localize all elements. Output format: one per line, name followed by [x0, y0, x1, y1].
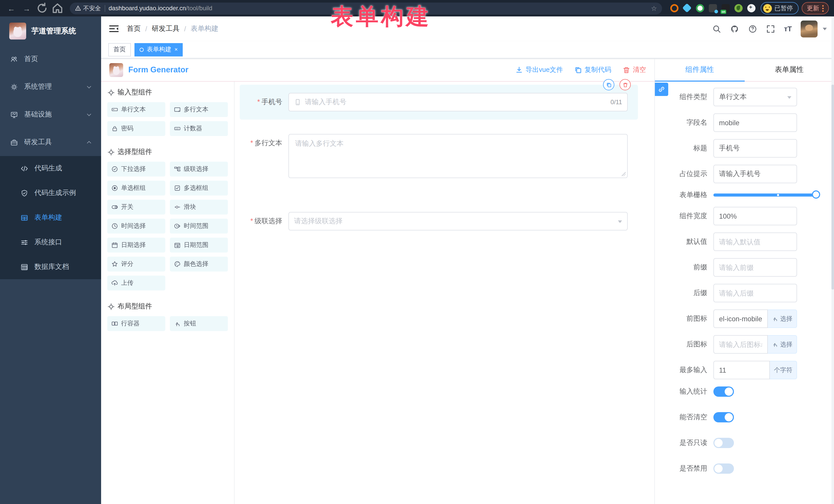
prop-prefix: 前缀 [662, 258, 834, 277]
sidebar-item-form-builder[interactable]: 表单构建 [0, 205, 101, 230]
title-input[interactable] [719, 145, 791, 152]
palette-item-checkbox-group[interactable]: 多选框组 [170, 181, 228, 196]
browser-update-button[interactable]: 更新 [802, 2, 829, 14]
browser-reload-button[interactable] [36, 2, 48, 14]
sidebar-item-infra[interactable]: 基础设施 [0, 101, 101, 128]
clearable-switch[interactable] [714, 412, 734, 422]
breadcrumb-devtools[interactable]: 研发工具 [152, 24, 180, 34]
palette-item-row-container[interactable]: 行容器 [107, 316, 165, 331]
extension-icon-leaf[interactable] [734, 4, 743, 12]
copy-code-button[interactable]: 复制代码 [574, 65, 611, 74]
user-menu[interactable] [800, 20, 827, 37]
readonly-switch[interactable] [714, 438, 734, 448]
link-tab-button[interactable] [655, 83, 668, 96]
extension-icon-green[interactable] [696, 4, 704, 12]
disabled-switch[interactable] [714, 463, 734, 474]
palette-item-color-picker[interactable]: 颜色选择 [170, 257, 228, 271]
palette-item-date-range[interactable]: 日期范围 [170, 238, 228, 253]
palette-item-time-picker[interactable]: 时间选择 [107, 219, 165, 234]
max-input-field[interactable] [719, 366, 764, 374]
prefix-icon-choose-button[interactable]: 选择 [768, 309, 797, 328]
sidebar-item-code-gen[interactable]: 代码生成 [0, 156, 101, 181]
delete-field-button[interactable] [619, 79, 631, 90]
palette-item-single-text[interactable]: 单行文本 [107, 102, 165, 117]
extension-icon-switch[interactable]: on [722, 4, 730, 12]
tab-form-props[interactable]: 表单属性 [744, 59, 834, 81]
sidebar-item-home[interactable]: 首页 [0, 45, 101, 73]
tag-home[interactable]: 首页 [108, 43, 131, 56]
input-stats-switch[interactable] [714, 387, 734, 397]
slider-handle[interactable] [812, 191, 820, 199]
extension-icon-gem[interactable] [683, 4, 691, 12]
extension-paused-badge[interactable]: 已暂停 [761, 2, 798, 14]
page-scrollbar[interactable] [831, 17, 834, 504]
form-grid-slider[interactable] [714, 194, 816, 197]
fullscreen-icon[interactable] [766, 24, 775, 34]
sidebar-item-system[interactable]: 系统管理 [0, 73, 101, 101]
sidebar-logo-row[interactable]: 芋道管理系统 [0, 17, 101, 45]
extension-icon-target[interactable] [670, 4, 679, 12]
browser-back-button[interactable]: ← [5, 2, 18, 14]
textarea-input[interactable]: 请输入多行文本 [288, 134, 628, 178]
sidebar-item-devtools[interactable]: 研发工具 [0, 128, 101, 156]
github-icon[interactable] [730, 24, 739, 34]
extension-icon-flower[interactable] [747, 4, 755, 12]
canvas-field-mobile[interactable]: *手机号 请输入手机号 0/11 [240, 85, 638, 119]
bookmark-star-icon[interactable]: ☆ [651, 4, 657, 12]
palette-item-slider[interactable]: 滑块 [170, 200, 228, 215]
palette-item-select[interactable]: 下拉选择 [107, 162, 165, 177]
palette-item-time-range[interactable]: 时间范围 [170, 219, 228, 234]
component-width-input[interactable] [719, 212, 791, 220]
resize-grip-icon[interactable] [621, 172, 626, 176]
breadcrumb: 首页 / 研发工具 / 表单构建 [127, 24, 218, 34]
sidebar-fold-button[interactable] [108, 23, 119, 35]
browser-forward-button[interactable]: → [21, 2, 33, 14]
sidebar-item-db-doc[interactable]: 数据库文档 [0, 255, 101, 279]
scrollbar-thumb[interactable] [831, 85, 834, 289]
browser-home-button[interactable] [51, 2, 64, 14]
address-bar[interactable]: 不安全 dashboard.yudao.iocoder.cn/tool/buil… [70, 2, 662, 14]
mobile-input[interactable]: 请输入手机号 0/11 [288, 93, 628, 111]
placeholder-input[interactable] [719, 170, 791, 178]
sidebar-item-code-gen-demo[interactable]: 代码生成示例 [0, 181, 101, 205]
sidebar-item-system-api[interactable]: 系统接口 [0, 230, 101, 255]
help-icon[interactable] [748, 24, 757, 34]
close-icon[interactable]: × [175, 47, 178, 52]
palette-item-textarea[interactable]: 多行文本 [170, 102, 228, 117]
field-name-input[interactable] [719, 119, 791, 127]
toggle-clearable: 能否清空 [662, 412, 834, 422]
canvas-field-textarea[interactable]: *多行文本 请输入多行文本 [240, 126, 638, 186]
cascader-select[interactable]: 请选择级联选择 [288, 212, 628, 231]
search-icon[interactable] [712, 24, 721, 34]
palette-item-upload[interactable]: 上传 [107, 276, 165, 290]
clear-button[interactable]: 清空 [622, 65, 646, 74]
toggle-disabled: 是否禁用 [662, 463, 834, 474]
duplicate-field-button[interactable] [603, 79, 614, 90]
tab-component-props[interactable]: 组件属性 [655, 59, 744, 81]
prefix-icon-input[interactable] [719, 315, 762, 323]
palette-item-button[interactable]: 按钮 [170, 316, 228, 331]
extension-icon-columns[interactable] [709, 4, 717, 12]
suffix-icon-input[interactable] [719, 341, 762, 348]
component-type-select[interactable]: 单行文本 [714, 88, 797, 106]
form-canvas[interactable]: *手机号 请输入手机号 0/11 [235, 82, 654, 504]
palette-item-rate[interactable]: 评分 [107, 257, 165, 271]
palette-item-radio-group[interactable]: 单选框组 [107, 181, 165, 196]
palette-item-password[interactable]: 密码 [107, 121, 165, 136]
prefix-input[interactable] [719, 264, 791, 271]
suffix-input[interactable] [719, 289, 791, 297]
suffix-icon-choose-button[interactable]: 选择 [768, 335, 797, 354]
security-chip[interactable]: 不安全 [75, 4, 101, 12]
kebab-menu-icon[interactable] [822, 5, 824, 12]
default-value-input[interactable] [719, 238, 791, 246]
export-vue-button[interactable]: 导出vue文件 [515, 65, 563, 74]
font-size-icon[interactable]: ᴛT [784, 25, 792, 33]
breadcrumb-home[interactable]: 首页 [127, 24, 140, 34]
palette-item-cascader[interactable]: 级联选择 [170, 162, 228, 177]
palette-item-counter[interactable]: 123计数器 [170, 121, 228, 136]
canvas-field-cascader[interactable]: *级联选择 请选择级联选择 [240, 204, 638, 239]
palette-item-switch[interactable]: 开关 [107, 200, 165, 215]
palette-item-date-picker[interactable]: 日期选择 [107, 238, 165, 253]
form-generator-title[interactable]: Form Generator [128, 65, 188, 74]
tag-form-builder[interactable]: 表单构建 × [134, 43, 183, 56]
